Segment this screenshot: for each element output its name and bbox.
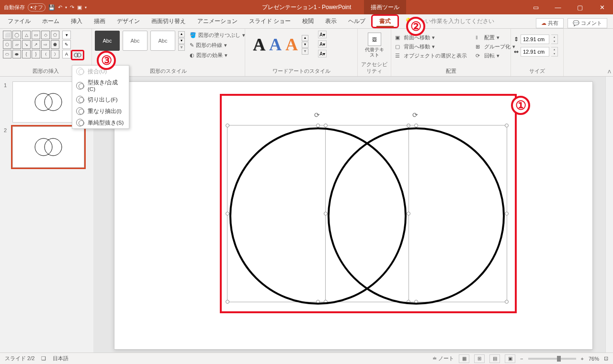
shapes-gallery[interactable]: ⬜◯△▭◇⬠ ⬡▱↘↗⇨⬟ ⬭⬬{}⟮⟯ [3,31,59,58]
slideshow-view-icon[interactable]: ▣ [505,354,515,363]
slide-indicator[interactable]: スライド 2/2 [5,355,34,362]
edit-shape-button[interactable]: ✎ [62,40,71,49]
tab-slideshow[interactable]: スライド ショー [243,14,296,28]
spin-down-icon[interactable]: ▾ [551,39,557,44]
autosave-toggle[interactable]: ● オフ [28,3,45,11]
style-swatch[interactable]: Abc [123,31,148,51]
shape-height-field[interactable]: ⇕ ▴▾ [514,34,558,44]
normal-view-icon[interactable]: ▦ [459,354,469,363]
gallery-more-icon[interactable]: ▿ [302,48,308,55]
ribbon-display-icon[interactable]: ▭ [525,0,547,14]
gallery-down-icon[interactable]: ▾ [302,42,308,48]
shape-fill-button[interactable]: 🪣図形の塗りつぶし ▾ [189,31,246,40]
tab-animations[interactable]: アニメーション [192,14,243,28]
gallery-up-icon[interactable]: ▴ [178,31,185,37]
start-slideshow-icon[interactable]: ▣ [77,4,82,11]
qa-more-icon[interactable]: ▾ [85,5,87,10]
spellcheck-icon[interactable]: ❏ [41,355,46,362]
gallery-up-icon[interactable]: ▴ [302,35,308,41]
gallery-more-icon[interactable]: ▿ [178,45,185,51]
maximize-icon[interactable]: ▢ [569,0,591,14]
text-effects-button[interactable]: A▾ [318,50,327,57]
style-swatch[interactable]: Abc [150,31,175,51]
width-icon: ⇔ [514,48,519,55]
tab-view[interactable]: 表示 [319,14,342,28]
vertical-scrollbar[interactable] [605,77,613,353]
zoom-level[interactable]: 76% [589,356,599,362]
bring-forward-button[interactable]: ▣前面へ移動 ▾ [394,34,468,42]
spin-up-icon[interactable]: ▴ [551,35,557,39]
spin-up-icon[interactable]: ▴ [551,47,557,52]
tab-transitions[interactable]: 画面切り替え [146,14,192,28]
tab-file[interactable]: ファイル [2,14,36,28]
union-icon [76,68,84,75]
menu-item-intersect[interactable]: 重なり抽出(I) [72,105,129,117]
group-button[interactable]: ⊞グループ化 ▾ [475,43,516,51]
menu-item-combine[interactable]: 型抜き/合成(C) [72,77,129,94]
rotate-button[interactable]: ⟳回転 ▾ [475,52,516,60]
shape-effects-button[interactable]: ◐図形の効果 ▾ [189,51,246,60]
tab-insert[interactable]: 挿入 [65,14,88,28]
selection-pane-button[interactable]: ☰オブジェクトの選択と表示 [394,52,468,60]
text-outline-button[interactable]: A▾ [318,40,327,48]
slide-thumbnail-2[interactable] [12,126,84,168]
wordart-sample[interactable]: A [253,34,265,55]
wordart-sample[interactable]: A [285,34,298,55]
fill-icon: 🪣 [190,32,196,38]
height-icon: ⇕ [514,36,519,43]
rotate-handle-icon[interactable]: ⟳ [314,111,322,119]
align-button[interactable]: ⫴配置 ▾ [475,34,516,42]
fit-to-window-icon[interactable]: ⊡ [604,355,608,362]
close-icon[interactable]: ✕ [591,0,613,14]
comments-button[interactable]: 💬コメント [568,18,607,28]
undo-dropdown-icon[interactable]: ▾ [65,5,67,10]
shapes-more-icon[interactable]: ▾ [62,31,71,39]
tab-help[interactable]: ヘルプ [342,14,371,28]
spin-down-icon[interactable]: ▾ [551,52,557,56]
slide[interactable]: ⟳ ⟳ [114,81,593,350]
alt-text-button[interactable]: 🖼 代替テキスト [361,31,388,59]
zoom-out-icon[interactable]: − [520,356,523,362]
merge-shapes-button[interactable] [71,50,84,60]
language-indicator[interactable]: 日本語 [53,355,68,362]
shape-width-field[interactable]: ⇔ ▴▾ [514,47,558,57]
zoom-slider[interactable] [528,358,576,360]
callout-badge-1: ① [511,96,530,115]
intersect-icon [76,107,84,115]
send-backward-button[interactable]: ▢背面へ移動 ▾ [394,43,468,51]
zoom-in-icon[interactable]: + [581,356,584,362]
tab-draw[interactable]: 描画 [88,14,111,28]
share-button[interactable]: ☁共有 [536,18,564,28]
shape-outline-button[interactable]: ✎図形の枠線 ▾ [189,41,246,50]
menu-item-fragment[interactable]: 切り出し(F) [72,94,129,105]
text-box-button[interactable]: A [62,50,71,58]
shape-style-gallery[interactable]: Abc Abc Abc ▴ ▾ ▿ [95,31,185,51]
text-fill-button[interactable]: A▾ [318,31,327,38]
rotate-handle-icon[interactable]: ⟳ [412,111,420,119]
sorter-view-icon[interactable]: ⊞ [474,354,485,363]
quick-access-toolbar: 自動保存 ● オフ 💾 ↶ ▾ ↷ ▣ ▾ [0,3,87,11]
tab-design[interactable]: デザイン [111,14,146,28]
width-input[interactable] [521,47,549,57]
wordart-sample[interactable]: A [269,34,282,55]
ribbon-tabs: ファイル ホーム 挿入 描画 デザイン 画面切り替え アニメーション スライド … [0,14,613,29]
tab-format[interactable]: 書式 [371,14,399,28]
minimize-icon[interactable]: — [547,0,569,14]
tab-home[interactable]: ホーム [36,14,65,28]
undo-icon[interactable]: ↶ [58,4,62,11]
collapse-ribbon-icon[interactable]: ᐱ [608,69,611,74]
thumbnail-row[interactable]: 2 [0,125,93,170]
circle-shape[interactable] [328,127,505,305]
redo-icon[interactable]: ↷ [70,4,74,11]
wordart-gallery[interactable]: A A A ▴ ▾ ▿ [248,31,313,58]
reading-view-icon[interactable]: ▤ [489,354,500,363]
save-icon[interactable]: 💾 [48,4,55,11]
notes-button[interactable]: ≐ ノート [432,355,454,362]
gallery-down-icon[interactable]: ▾ [178,38,185,44]
style-swatch[interactable]: Abc [95,31,120,51]
menu-item-subtract[interactable]: 単純型抜き(S) [72,117,129,128]
tab-review[interactable]: 校閲 [296,14,319,28]
slide-canvas-area[interactable]: ⟳ ⟳ [93,77,613,353]
bring-forward-icon: ▣ [395,34,402,41]
height-input[interactable] [521,34,549,44]
